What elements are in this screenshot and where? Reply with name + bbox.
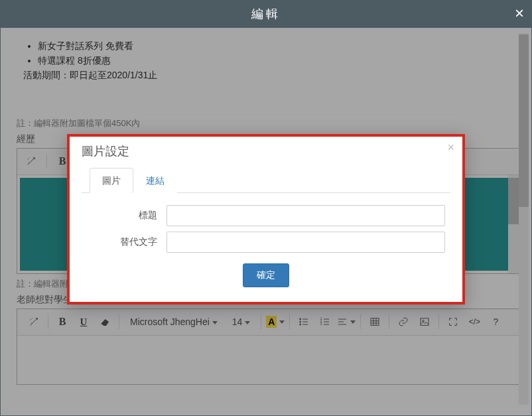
dialog-title: 圖片設定 — [82, 143, 450, 159]
tab-link[interactable]: 連結 — [133, 168, 177, 193]
tab-image[interactable]: 圖片 — [90, 168, 133, 193]
label-title: 標題 — [87, 210, 166, 222]
modal-body: 新女子對話系列 免費看 特選課程 8折優惠 活動期間：即日起至2020/1/31… — [0, 28, 532, 416]
dim-overlay: × 圖片設定 圖片 連結 標題 替代文字 — [1, 28, 531, 415]
close-icon[interactable]: × — [447, 141, 454, 155]
close-icon[interactable]: × — [515, 4, 524, 23]
modal-title: 編輯 — [251, 6, 281, 22]
label-alt: 替代文字 — [87, 236, 166, 248]
title-field[interactable] — [166, 205, 445, 226]
image-settings-dialog: × 圖片設定 圖片 連結 標題 替代文字 — [67, 134, 465, 305]
dialog-tabs: 圖片 連結 — [82, 167, 450, 193]
modal-header: 編輯 × — [0, 0, 532, 28]
edit-modal: 編輯 × 新女子對話系列 免費看 特選課程 8折優惠 活動期間：即日起至2020… — [0, 0, 532, 416]
ok-button[interactable]: 確定 — [243, 263, 289, 287]
alt-text-field[interactable] — [166, 232, 445, 253]
dialog-form: 標題 替代文字 — [82, 193, 450, 253]
